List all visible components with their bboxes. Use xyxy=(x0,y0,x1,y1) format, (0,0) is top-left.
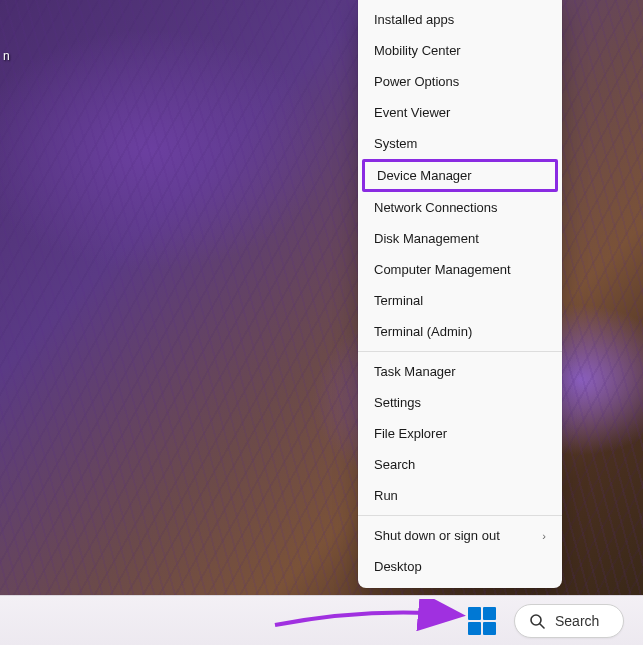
menu-item-search[interactable]: Search xyxy=(358,449,562,480)
menu-item-mobility-center[interactable]: Mobility Center xyxy=(358,35,562,66)
winx-context-menu: Installed apps Mobility Center Power Opt… xyxy=(358,0,562,588)
menu-item-terminal-admin[interactable]: Terminal (Admin) xyxy=(358,316,562,347)
menu-item-settings[interactable]: Settings xyxy=(358,387,562,418)
search-label: Search xyxy=(555,613,599,629)
menu-item-event-viewer[interactable]: Event Viewer xyxy=(358,97,562,128)
menu-divider xyxy=(358,515,562,516)
menu-item-computer-management[interactable]: Computer Management xyxy=(358,254,562,285)
menu-item-installed-apps[interactable]: Installed apps xyxy=(358,4,562,35)
menu-item-task-manager[interactable]: Task Manager xyxy=(358,356,562,387)
menu-item-shutdown[interactable]: Shut down or sign out › xyxy=(358,520,562,551)
taskbar-search[interactable]: Search xyxy=(514,604,624,638)
menu-item-device-manager[interactable]: Device Manager xyxy=(362,159,558,192)
menu-item-system[interactable]: System xyxy=(358,128,562,159)
menu-item-desktop[interactable]: Desktop xyxy=(358,551,562,582)
windows-logo-icon xyxy=(468,607,481,620)
menu-item-run[interactable]: Run xyxy=(358,480,562,511)
menu-divider xyxy=(358,351,562,352)
menu-item-disk-management[interactable]: Disk Management xyxy=(358,223,562,254)
chevron-right-icon: › xyxy=(542,530,546,542)
desktop-icon-label: n xyxy=(0,48,13,64)
arrow-annotation xyxy=(270,599,470,635)
taskbar: Search xyxy=(0,595,643,645)
menu-item-terminal[interactable]: Terminal xyxy=(358,285,562,316)
menu-item-file-explorer[interactable]: File Explorer xyxy=(358,418,562,449)
menu-item-power-options[interactable]: Power Options xyxy=(358,66,562,97)
svg-line-1 xyxy=(540,624,544,628)
menu-item-network-connections[interactable]: Network Connections xyxy=(358,192,562,223)
search-icon xyxy=(529,613,545,629)
start-button[interactable] xyxy=(468,607,496,635)
